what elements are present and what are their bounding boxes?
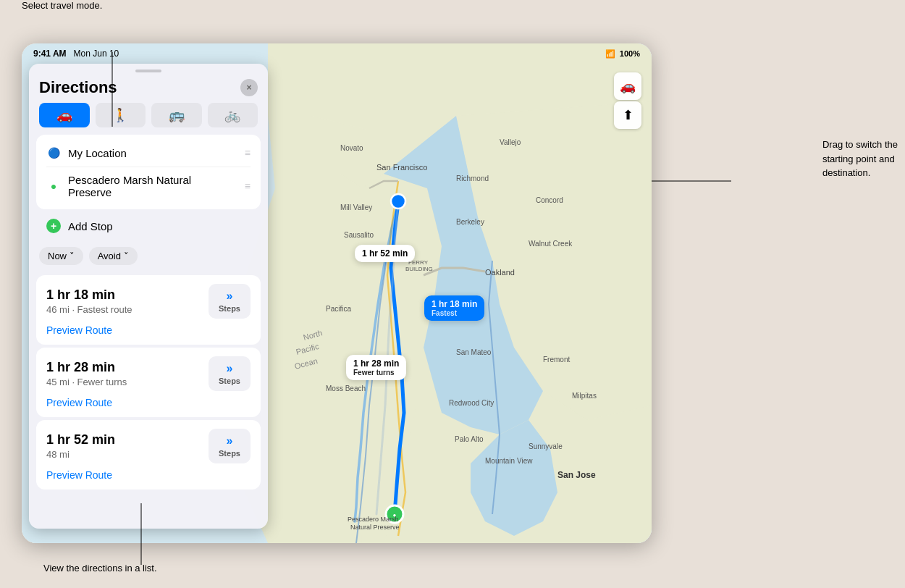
- steps-label-3: Steps: [219, 449, 240, 458]
- svg-text:Richmond: Richmond: [456, 175, 489, 182]
- svg-text:San Mateo: San Mateo: [456, 348, 492, 356]
- route-3-detail: 48 mi: [46, 449, 115, 460]
- wifi-icon: 📶: [605, 49, 615, 59]
- steps-chevrons-3: »: [227, 434, 233, 448]
- svg-text:San Francisco: San Francisco: [376, 163, 427, 172]
- steps-label-1: Steps: [219, 304, 240, 313]
- device-frame: 9:41 AM Mon Jun 10 📶 100%: [22, 43, 652, 543]
- depart-time-label: Now ˅: [48, 251, 75, 261]
- map-controls: 🚗 ⬆: [614, 72, 641, 129]
- avoid-label: Avoid ˅: [98, 251, 129, 261]
- route-label-1-fastest[interactable]: 1 hr 18 min Fastest: [424, 295, 484, 321]
- waypoints-container: 🔵 My Location ≡ ● Pescadero Marsh Natura…: [36, 135, 261, 209]
- route-label-3-time: 1 hr 52 min: [362, 248, 408, 259]
- route-card-2[interactable]: 1 hr 28 min 45 mi · Fewer turns » Steps …: [36, 348, 261, 417]
- svg-text:Oakland: Oakland: [485, 268, 515, 277]
- add-stop-row[interactable]: + Add Stop: [36, 212, 261, 240]
- route-2-detail: 45 mi · Fewer turns: [46, 377, 127, 387]
- walk-mode-button[interactable]: 🚶: [96, 103, 146, 127]
- route-label-1-time: 1 hr 18 min: [432, 299, 477, 309]
- svg-text:Fremont: Fremont: [543, 356, 570, 364]
- route-label-2[interactable]: 1 hr 28 min Fewer turns: [346, 355, 406, 380]
- route-label-1-sub: Fastest: [432, 309, 477, 317]
- bike-mode-button[interactable]: 🚲: [208, 103, 258, 127]
- map-car-view-btn[interactable]: 🚗: [614, 72, 641, 100]
- route-3-steps-button[interactable]: » Steps: [209, 429, 251, 463]
- svg-text:Mountain View: Mountain View: [485, 457, 533, 465]
- route-card-1-top: 1 hr 18 min 46 mi · Fastest route » Step…: [46, 284, 251, 319]
- steps-chevrons-1: »: [227, 290, 233, 303]
- avoid-btn[interactable]: Avoid ˅: [89, 247, 138, 265]
- route-options: Now ˅ Avoid ˅: [29, 240, 268, 272]
- route-3-time: 1 hr 52 min: [46, 432, 115, 448]
- steps-chevrons-2: »: [227, 362, 233, 375]
- route-2-time: 1 hr 28 min: [46, 360, 127, 375]
- transit-mode-button[interactable]: 🚌: [151, 103, 202, 127]
- preview-route-2-link[interactable]: Preview Route: [46, 397, 251, 408]
- route-1-info: 1 hr 18 min 46 mi · Fastest route: [46, 287, 132, 315]
- route-1-time: 1 hr 18 min: [46, 287, 132, 303]
- svg-text:San Jose: San Jose: [557, 470, 596, 480]
- origin-text: My Location: [68, 147, 237, 159]
- svg-text:Moss Beach: Moss Beach: [326, 385, 366, 392]
- preview-route-3-link[interactable]: Preview Route: [46, 469, 251, 481]
- status-bar: 9:41 AM Mon Jun 10 📶 100%: [22, 43, 652, 64]
- svg-text:Pacifica: Pacifica: [326, 305, 351, 313]
- route-label-2-sub: Fewer turns: [353, 369, 399, 377]
- bottom-annotation: View the directions in a list.: [43, 563, 157, 574]
- destination-row[interactable]: ● Pescadero Marsh Natural Preserve ≡: [46, 167, 251, 205]
- battery-indicator: 100%: [620, 49, 640, 58]
- status-date: Mon Jun 10: [74, 49, 119, 59]
- close-button[interactable]: ×: [240, 79, 258, 96]
- svg-text:BUILDING: BUILDING: [405, 266, 433, 272]
- svg-text:Redwood City: Redwood City: [449, 399, 494, 407]
- svg-text:Concord: Concord: [536, 196, 563, 204]
- svg-text:Milpitas: Milpitas: [572, 392, 597, 400]
- top-annotation: Select travel mode.: [22, 0, 102, 11]
- svg-text:Sunnyvale: Sunnyvale: [529, 442, 563, 450]
- panel-header: Directions ×: [29, 75, 268, 103]
- route-card-1[interactable]: 1 hr 18 min 46 mi · Fastest route » Step…: [36, 275, 261, 345]
- svg-point-13: [391, 194, 405, 209]
- svg-text:Novato: Novato: [340, 144, 363, 152]
- panel-title: Directions: [39, 78, 117, 97]
- add-stop-label: Add Stop: [68, 220, 113, 232]
- depart-time-btn[interactable]: Now ˅: [39, 247, 83, 265]
- route-2-steps-button[interactable]: » Steps: [209, 356, 251, 391]
- route-card-2-top: 1 hr 28 min 45 mi · Fewer turns » Steps: [46, 356, 251, 391]
- preview-route-1-link[interactable]: Preview Route: [46, 324, 251, 336]
- drag-icon: ≡: [245, 147, 251, 159]
- drive-mode-button[interactable]: 🚗: [39, 103, 90, 127]
- route-3-info: 1 hr 52 min 48 mi: [46, 432, 115, 460]
- svg-text:Walnut Creek: Walnut Creek: [529, 240, 573, 248]
- route-card-3-top: 1 hr 52 min 48 mi » Steps: [46, 429, 251, 463]
- directions-panel: Directions × 🚗 🚶 🚌 🚲 🔵 My Location ≡ ● P…: [29, 64, 268, 529]
- drag-icon-2: ≡: [245, 180, 251, 192]
- map-location-btn[interactable]: ⬆: [614, 101, 641, 129]
- svg-text:Palo Alto: Palo Alto: [455, 435, 484, 443]
- status-time: 9:41 AM: [33, 49, 67, 59]
- svg-text:Mill Valley: Mill Valley: [340, 203, 372, 211]
- route-1-detail: 46 mi · Fastest route: [46, 304, 132, 315]
- route-2-info: 1 hr 28 min 45 mi · Fewer turns: [46, 360, 127, 387]
- drag-handle: [135, 70, 161, 72]
- svg-text:Berkeley: Berkeley: [456, 218, 484, 226]
- route-label-3[interactable]: 1 hr 52 min: [355, 245, 415, 262]
- location-icon: 🔵: [46, 146, 61, 160]
- svg-text:Natural Preserve: Natural Preserve: [350, 524, 400, 531]
- destination-text: Pescadero Marsh Natural Preserve: [68, 174, 237, 198]
- origin-row[interactable]: 🔵 My Location ≡: [46, 139, 251, 167]
- destination-icon: ●: [46, 179, 61, 193]
- route-1-steps-button[interactable]: » Steps: [209, 284, 251, 319]
- route-label-2-time: 1 hr 28 min: [353, 358, 399, 369]
- right-annotation: Drag to switch the starting point and de…: [822, 138, 898, 180]
- svg-text:Sausalito: Sausalito: [344, 231, 374, 239]
- svg-text:Vallejo: Vallejo: [500, 138, 521, 146]
- route-card-3[interactable]: 1 hr 52 min 48 mi » Steps Preview Route: [36, 420, 261, 490]
- add-stop-icon: +: [46, 219, 61, 233]
- travel-mode-selector: 🚗 🚶 🚌 🚲: [29, 103, 268, 135]
- steps-label-2: Steps: [219, 377, 240, 385]
- svg-text:Pescadero Marsh: Pescadero Marsh: [348, 516, 399, 523]
